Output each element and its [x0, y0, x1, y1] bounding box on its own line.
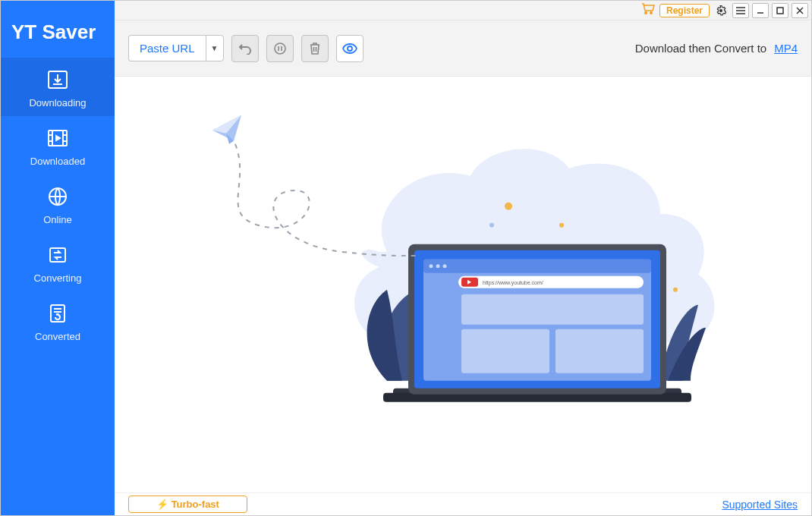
- svg-point-13: [645, 11, 647, 14]
- footer: ⚡ Turbo-fast Supported Sites: [115, 492, 811, 515]
- sidebar-item-converting[interactable]: Converting: [1, 233, 115, 291]
- svg-point-39: [430, 264, 433, 268]
- convert-icon: [45, 244, 71, 266]
- delete-button[interactable]: [301, 35, 329, 62]
- convert-prefix-label: Download then Convert to: [635, 42, 766, 55]
- sidebar-item-converted[interactable]: Converted: [1, 291, 115, 350]
- paste-url-group: Paste URL ▼: [128, 35, 224, 61]
- svg-point-40: [436, 264, 440, 268]
- sidebar-item-downloaded[interactable]: Downloaded: [1, 116, 115, 175]
- svg-point-22: [275, 43, 285, 54]
- empty-state-illustration: https://www.youtube.com/: [190, 108, 736, 429]
- paste-url-button[interactable]: Paste URL: [128, 35, 206, 61]
- svg-rect-19: [777, 8, 783, 14]
- turbo-fast-button[interactable]: ⚡ Turbo-fast: [128, 496, 247, 513]
- pause-button[interactable]: [266, 35, 294, 62]
- svg-point-41: [443, 264, 447, 268]
- titlebar: Register: [115, 1, 811, 20]
- menu-icon[interactable]: [732, 3, 749, 18]
- svg-point-29: [559, 223, 564, 228]
- close-button[interactable]: [792, 3, 808, 18]
- cart-icon[interactable]: [641, 3, 655, 18]
- sidebar-item-downloading[interactable]: Downloading: [1, 58, 115, 116]
- bolt-icon: ⚡: [156, 499, 168, 510]
- preview-button[interactable]: [336, 35, 364, 62]
- svg-point-14: [650, 11, 653, 14]
- svg-point-30: [673, 288, 678, 292]
- svg-point-27: [348, 46, 352, 51]
- toolbar: Paste URL ▼ Download then Convert to MP4: [115, 20, 811, 77]
- svg-rect-45: [461, 294, 644, 325]
- minimize-button[interactable]: [752, 3, 769, 18]
- format-select[interactable]: MP4: [774, 42, 798, 55]
- sidebar: YT Saver Downloading Downloaded Online: [1, 1, 115, 515]
- sidebar-item-online[interactable]: Online: [1, 175, 115, 233]
- svg-point-32: [489, 223, 494, 228]
- paste-url-dropdown[interactable]: ▼: [206, 35, 224, 61]
- svg-point-28: [505, 203, 512, 210]
- svg-rect-38: [423, 260, 651, 273]
- main-area: Register Paste URL ▼: [115, 1, 811, 515]
- sidebar-item-label: Downloaded: [30, 156, 85, 167]
- svg-rect-47: [555, 329, 644, 373]
- svg-rect-9: [50, 248, 65, 262]
- sidebar-item-label: Converting: [34, 272, 82, 284]
- settings-icon[interactable]: [713, 3, 729, 18]
- app-logo: YT Saver: [1, 1, 115, 58]
- maximize-button[interactable]: [772, 3, 788, 18]
- empty-state-canvas: https://www.youtube.com/: [115, 77, 811, 492]
- download-icon: [45, 68, 71, 91]
- document-refresh-icon: [45, 302, 71, 325]
- sidebar-item-label: Online: [43, 214, 72, 225]
- sidebar-item-label: Downloading: [29, 97, 86, 109]
- illustration-url: https://www.youtube.com/: [483, 280, 543, 286]
- supported-sites-link[interactable]: Supported Sites: [722, 499, 798, 511]
- globe-icon: [45, 185, 71, 208]
- register-button[interactable]: Register: [659, 4, 710, 17]
- filmstrip-icon: [45, 127, 71, 149]
- svg-rect-46: [461, 329, 549, 373]
- sidebar-item-label: Converted: [35, 331, 80, 342]
- undo-button[interactable]: [231, 35, 259, 62]
